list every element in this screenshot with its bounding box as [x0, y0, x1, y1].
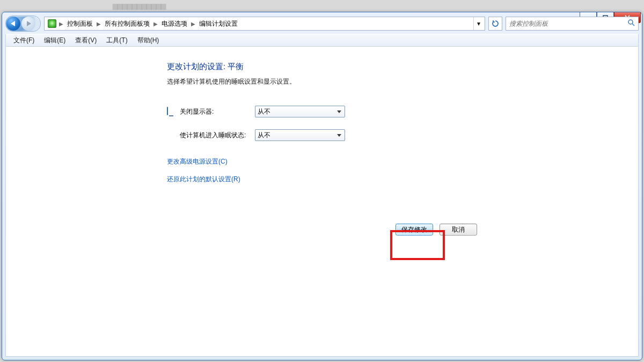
back-button[interactable]	[6, 17, 20, 31]
setting-label: 使计算机进入睡眠状态:	[180, 131, 255, 140]
setting-row-sleep: 使计算机进入睡眠状态: 从不	[167, 129, 500, 141]
menu-bar: 文件(F) 编辑(E) 查看(V) 工具(T) 帮助(H)	[5, 34, 639, 47]
combo-value: 从不	[258, 131, 270, 140]
chevron-right-icon: ▶	[58, 21, 64, 27]
breadcrumb-dropdown[interactable]: ▾	[473, 17, 484, 30]
explorer-window: ▶ 控制面板 ▶ 所有控制面板项 ▶ 电源选项 ▶ 编辑计划设置 ▾	[2, 12, 642, 360]
search-icon	[627, 19, 635, 28]
button-row: 保存修改 取消	[6, 224, 638, 235]
search-box[interactable]	[506, 17, 639, 31]
content-area: 更改计划的设置: 平衡 选择希望计算机使用的睡眠设置和显示设置。 关闭显示器: …	[5, 46, 639, 357]
breadcrumb-item[interactable]: 控制面板	[64, 18, 96, 29]
display-off-combo[interactable]: 从不	[255, 106, 345, 117]
chevron-right-icon: ▶	[96, 21, 101, 27]
breadcrumb-item[interactable]: 电源选项	[158, 18, 191, 29]
advanced-power-settings-link[interactable]: 更改高级电源设置(C)	[167, 157, 500, 166]
nav-buttons	[5, 16, 41, 32]
forward-button[interactable]	[21, 17, 35, 31]
svg-point-2	[628, 20, 633, 24]
refresh-icon	[492, 20, 499, 27]
chevron-right-icon: ▶	[191, 21, 196, 27]
links-section: 更改高级电源设置(C) 还原此计划的默认设置(R)	[167, 157, 500, 184]
setting-row-display: 关闭显示器: 从不	[167, 106, 500, 117]
control-panel-icon	[48, 19, 56, 28]
chevron-right-icon: ▶	[153, 21, 158, 27]
arrow-left-icon	[11, 21, 15, 26]
menu-edit[interactable]: 编辑(E)	[40, 35, 70, 46]
search-input[interactable]	[508, 19, 636, 28]
page-subtitle: 选择希望计算机使用的睡眠设置和显示设置。	[167, 77, 500, 86]
breadcrumb[interactable]: ▶ 控制面板 ▶ 所有控制面板项 ▶ 电源选项 ▶ 编辑计划设置 ▾	[44, 17, 485, 31]
combo-value: 从不	[258, 107, 270, 116]
monitor-icon	[167, 107, 175, 116]
breadcrumb-item[interactable]: 编辑计划设置	[196, 18, 241, 29]
menu-help[interactable]: 帮助(H)	[133, 35, 164, 46]
menu-tools[interactable]: 工具(T)	[102, 35, 131, 46]
setting-label: 关闭显示器:	[180, 107, 255, 116]
cancel-button[interactable]: 取消	[440, 224, 477, 235]
page-title: 更改计划的设置: 平衡	[167, 62, 500, 72]
menu-view[interactable]: 查看(V)	[71, 35, 101, 46]
refresh-button[interactable]	[488, 17, 502, 31]
menu-file[interactable]: 文件(F)	[9, 35, 39, 46]
svg-line-3	[632, 24, 634, 26]
moon-icon	[167, 131, 175, 139]
navigation-row: ▶ 控制面板 ▶ 所有控制面板项 ▶ 电源选项 ▶ 编辑计划设置 ▾	[5, 16, 639, 32]
breadcrumb-item[interactable]: 所有控制面板项	[101, 18, 153, 29]
sleep-combo[interactable]: 从不	[255, 129, 345, 141]
restore-defaults-link[interactable]: 还原此计划的默认设置(R)	[167, 175, 500, 184]
save-button[interactable]: 保存修改	[396, 224, 433, 235]
arrow-right-icon	[27, 21, 31, 26]
